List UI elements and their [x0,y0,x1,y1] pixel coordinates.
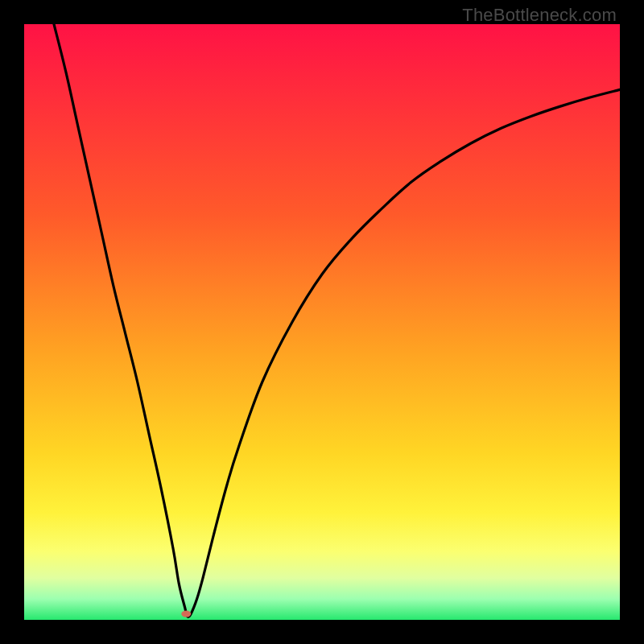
plot-area [24,24,620,620]
curve-layer [24,24,620,620]
chart-frame: TheBottleneck.com [0,0,644,644]
minimum-marker [181,611,191,617]
watermark-text: TheBottleneck.com [462,5,617,26]
bottleneck-curve [54,24,620,617]
